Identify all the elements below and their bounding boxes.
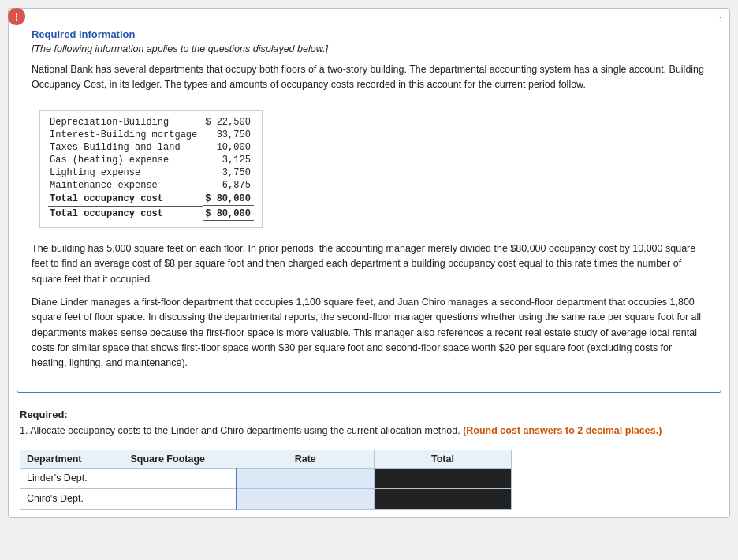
cost-item-amount: $ 22,500 <box>203 116 254 129</box>
cost-item-label: Maintenance expense <box>48 179 203 192</box>
cost-item-label: Taxes-Building and land <box>48 141 203 154</box>
table-row: Linder's Dept. <box>20 468 512 488</box>
col-rate: Rate <box>237 450 375 468</box>
sq-footage-input[interactable] <box>106 472 229 483</box>
total-row: Total occupancy cost $ 80,000 <box>48 206 254 221</box>
total-amount: $ 80,000 <box>203 206 254 221</box>
total-label: Total occupancy cost <box>48 206 203 221</box>
alert-icon: ! <box>8 8 25 25</box>
cost-item-label: Lighting expense <box>48 166 203 179</box>
cost-item-row: Interest-Building mortgage 33,750 <box>48 129 254 141</box>
col-total: Total <box>375 450 512 468</box>
cost-item-amount: 33,750 <box>203 129 254 141</box>
cost-item-amount: 10,000 <box>203 141 254 154</box>
rate-input[interactable] <box>244 493 367 504</box>
table-row: Chiro's Dept. <box>20 488 512 509</box>
total-input[interactable] <box>381 472 505 483</box>
dept-name: Linder's Dept. <box>20 468 99 488</box>
cost-item-row: Lighting expense 3,750 <box>48 166 254 179</box>
total-input[interactable] <box>381 493 505 504</box>
cost-item-label: Depreciation-Building <box>48 116 203 129</box>
required-section: Required: 1. Allocate occupancy costs to… <box>9 401 729 517</box>
sq-footage-input-cell[interactable] <box>99 488 237 509</box>
total-input-cell[interactable] <box>375 488 512 509</box>
cost-item-row: Taxes-Building and land 10,000 <box>48 141 254 154</box>
col-square-footage: Square Footage <box>99 450 237 468</box>
cost-item-label: Gas (heating) expense <box>48 154 203 166</box>
col-department: Department <box>20 450 99 468</box>
cost-table: Depreciation-Building $ 22,500 Interest-… <box>48 116 254 222</box>
required-label: Required: <box>20 409 715 420</box>
total-label: Total occupancy cost <box>48 192 203 206</box>
subtitle-text: [The following information applies to th… <box>32 43 706 54</box>
sq-footage-input[interactable] <box>106 493 229 504</box>
required-info-title: Required information <box>32 28 706 40</box>
paragraph2: The building has 5,000 square feet on ea… <box>32 241 706 287</box>
cost-item-amount: 3,750 <box>203 166 254 179</box>
rate-input[interactable] <box>244 472 367 483</box>
total-amount: $ 80,000 <box>203 192 254 206</box>
cost-table-wrapper: Depreciation-Building $ 22,500 Interest-… <box>39 110 263 228</box>
sq-footage-input-cell[interactable] <box>99 468 237 488</box>
cost-item-amount: 6,875 <box>203 179 254 192</box>
cost-item-amount: 3,125 <box>203 154 254 166</box>
cost-item-label: Interest-Building mortgage <box>48 129 203 141</box>
paragraph3: Diane Linder manages a first-floor depar… <box>32 295 706 371</box>
rate-input-cell[interactable] <box>237 468 375 488</box>
info-box: ! Required information [The following in… <box>17 17 721 393</box>
round-notice: (Round cost answers to 2 decimal places.… <box>463 425 662 436</box>
intro-paragraph: National Bank has several departments th… <box>32 62 706 93</box>
total-input-cell[interactable] <box>375 468 512 488</box>
instruction-text: 1. Allocate occupancy costs to the Linde… <box>20 424 715 439</box>
table-header-row: Department Square Footage Rate Total <box>20 450 512 468</box>
cost-item-row: Maintenance expense 6,875 <box>48 179 254 192</box>
page-wrapper: ! Required information [The following in… <box>8 8 730 518</box>
rate-input-cell[interactable] <box>237 488 375 509</box>
dept-name: Chiro's Dept. <box>20 488 99 509</box>
cost-item-row: Gas (heating) expense 3,125 <box>48 154 254 166</box>
allocation-table: Department Square Footage Rate Total Lin… <box>20 450 512 510</box>
total-row: Total occupancy cost $ 80,000 <box>48 192 254 206</box>
cost-item-row: Depreciation-Building $ 22,500 <box>48 116 254 129</box>
